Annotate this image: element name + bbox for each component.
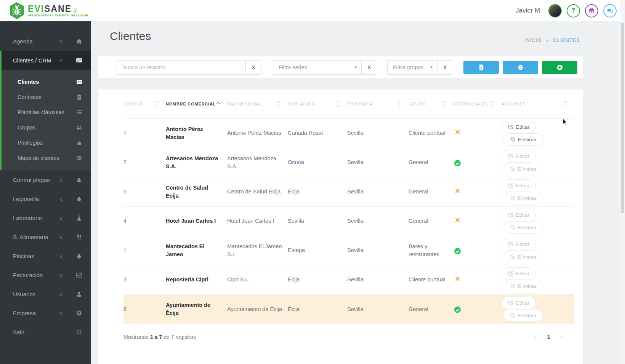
scrollbar-thumb[interactable] bbox=[621, 23, 624, 213]
sidebar-item-agenda[interactable]: Agenda‹ bbox=[0, 32, 91, 51]
cell-poblacion: Écija bbox=[288, 177, 347, 206]
clear-search-button[interactable]: X bbox=[245, 60, 261, 75]
print-button[interactable] bbox=[503, 61, 538, 74]
page-number[interactable]: 1 bbox=[547, 334, 550, 340]
chat-icon bbox=[607, 8, 613, 14]
filter-sedes-select[interactable]: Filtra sedes ▾ bbox=[273, 60, 361, 75]
utensils-icon bbox=[76, 234, 82, 240]
edit-button[interactable]: Editar bbox=[502, 209, 536, 221]
delete-button[interactable]: Eliminar bbox=[503, 163, 543, 175]
edit-button[interactable]: Editar bbox=[502, 179, 536, 192]
sidebar-subitem-clientes[interactable]: Clientes bbox=[2, 74, 91, 89]
column-header-codigo[interactable]: CÓDIGO bbox=[123, 89, 166, 118]
clients-table: CÓDIGONOMBRE COMERCIALRAZÓN SOCIALPOBLAC… bbox=[123, 89, 574, 324]
edit-button[interactable]: Editar bbox=[502, 238, 536, 251]
sidebar-subitem-plantillas-clausulas[interactable]: Plantillas cláusulas bbox=[2, 105, 91, 120]
page-prev-icon[interactable]: ‹ bbox=[535, 334, 537, 340]
cell-codigo: 3 bbox=[123, 265, 166, 294]
gift-button[interactable] bbox=[585, 4, 598, 18]
cell-nombre-comercial: Ayuntamiento de Écija bbox=[166, 294, 227, 324]
sidebar-item-clientes-crm[interactable]: Clientes / CRM‹ bbox=[2, 51, 91, 70]
chat-button[interactable] bbox=[603, 4, 617, 18]
search-input[interactable] bbox=[117, 60, 245, 75]
cell-credenciales bbox=[452, 265, 502, 294]
cell-credenciales bbox=[452, 236, 502, 265]
filter-grupos-select[interactable]: Filtra grupos ▾ bbox=[387, 60, 437, 75]
sidebar-item-control-plagas[interactable]: Control plagas‹ bbox=[0, 170, 91, 189]
sidebar-collapse-icon[interactable]: ◎ bbox=[72, 7, 77, 14]
delete-button[interactable]: Eliminar bbox=[503, 133, 543, 146]
breadcrumb-home[interactable]: INICIO bbox=[524, 38, 542, 43]
sidebar-subitem-contratos[interactable]: Contratos bbox=[2, 89, 91, 105]
column-header-razon-social[interactable]: RAZÓN SOCIAL bbox=[227, 89, 288, 118]
edit-button-label: Editar bbox=[516, 153, 529, 159]
cell-razon-social: Mantecados El Jameo S.L. bbox=[227, 236, 288, 265]
sort-both-icon bbox=[442, 101, 444, 106]
sidebar-item-usuarios[interactable]: Usuarios‹ bbox=[0, 284, 91, 303]
sidebar-item-facturacion[interactable]: Facturación‹ bbox=[0, 265, 91, 284]
ban-icon bbox=[510, 313, 515, 318]
table-footer: Mostrando1 a 7de 7 registros ‹ 1 › bbox=[123, 334, 562, 340]
scrollbar-track[interactable] bbox=[620, 0, 625, 364]
sidebar-subitem-label: Plantillas cláusulas bbox=[18, 109, 76, 115]
help-button[interactable]: ? bbox=[567, 4, 580, 18]
column-header-grupo[interactable]: GRUPO bbox=[409, 89, 452, 118]
cell-acciones: EditarEliminar bbox=[502, 148, 574, 177]
question-mark-icon: ? bbox=[571, 7, 575, 14]
clear-grupos-button[interactable]: X bbox=[437, 60, 453, 75]
sidebar-subitem-grupos[interactable]: Grupos bbox=[2, 120, 91, 135]
sidebar-item-s-alimentaria[interactable]: S. Alimentaria‹ bbox=[0, 227, 91, 246]
delete-button[interactable]: Eliminar bbox=[503, 192, 543, 204]
table-row: 7Antonio Pérez MacíasAntonio Pérez Macía… bbox=[123, 118, 574, 148]
brand-name-primary: EVI bbox=[28, 4, 44, 14]
edit-icon bbox=[508, 212, 513, 217]
edit-button[interactable]: Editar bbox=[502, 267, 536, 280]
brand-wordmark: EVISANE GESTIÓN SANIDAD AMBIENTAL EN LA … bbox=[28, 5, 88, 17]
delete-button[interactable]: Eliminar bbox=[503, 280, 543, 292]
cell-grupo: General bbox=[409, 177, 452, 206]
sidebar-item-salir[interactable]: Salir bbox=[0, 322, 91, 342]
flask-icon bbox=[76, 215, 82, 221]
delete-button[interactable]: Eliminar bbox=[503, 221, 543, 234]
edit-button[interactable]: Editar bbox=[502, 150, 536, 163]
delete-button-label: Eliminar bbox=[518, 225, 537, 230]
delete-button[interactable]: Eliminar bbox=[503, 309, 543, 322]
topbar-right: Javier M. ? bbox=[516, 4, 617, 18]
ban-icon bbox=[510, 166, 515, 171]
sidebar-item-legionella[interactable]: Legionella‹ bbox=[0, 189, 91, 208]
column-header-provincia[interactable]: PROVINCIA bbox=[347, 89, 409, 118]
page-next-icon[interactable]: › bbox=[561, 334, 562, 340]
table-row: 4Hotel Juan Carlos IHotel Juan Carlos IS… bbox=[123, 206, 574, 236]
sort-both-icon bbox=[564, 101, 566, 106]
user-name[interactable]: Javier M. bbox=[516, 7, 542, 14]
cell-codigo: 6 bbox=[123, 294, 166, 324]
column-header-nombre-comercial[interactable]: NOMBRE COMERCIAL bbox=[166, 89, 227, 118]
clear-sedes-button[interactable]: X bbox=[361, 60, 377, 75]
sidebar-item-empresa[interactable]: Empresa‹ bbox=[0, 303, 91, 322]
table-row: 2Artesanos Mendoza S.A.Artesanos Mendoza… bbox=[123, 148, 574, 177]
cell-acciones: EditarEliminar bbox=[502, 294, 574, 324]
export-excel-button[interactable] bbox=[463, 61, 499, 74]
sidebar-item-label: Legionella bbox=[13, 196, 60, 202]
sidebar-item-piscinas[interactable]: Piscinas‹ bbox=[0, 246, 91, 265]
cell-razon-social: Cipri S.L. bbox=[227, 265, 288, 294]
sidebar-subitem-privilegios[interactable]: Privilegios bbox=[2, 135, 91, 150]
droplet-icon bbox=[76, 196, 82, 202]
edit-button[interactable]: Editar bbox=[502, 121, 536, 133]
cell-acciones: EditarEliminar bbox=[502, 206, 574, 236]
column-header-acciones[interactable]: ACCIONES bbox=[502, 89, 574, 118]
summary-range: 1 a 7 bbox=[150, 334, 162, 340]
edit-button[interactable]: Editar bbox=[502, 297, 536, 309]
sidebar-item-label: Empresa bbox=[13, 310, 60, 316]
home-icon bbox=[76, 38, 82, 45]
column-header-credenciales[interactable]: CREDENCIALES bbox=[452, 89, 502, 118]
column-header-poblacion[interactable]: POBLACIÓN bbox=[288, 89, 347, 118]
cell-poblacion: Estepa bbox=[288, 236, 347, 265]
breadcrumb: INICIO › CLIENTES bbox=[524, 37, 580, 43]
sidebar-subitem-mapa-de-clientes[interactable]: Mapa de clientes bbox=[2, 150, 91, 166]
sidebar-item-laboratorio[interactable]: Laboratorio‹ bbox=[0, 208, 91, 227]
delete-button[interactable]: Eliminar bbox=[503, 251, 543, 263]
add-client-button[interactable] bbox=[542, 61, 577, 74]
user-avatar[interactable] bbox=[548, 4, 562, 18]
sidebar-item-label: Laboratorio bbox=[13, 215, 60, 221]
